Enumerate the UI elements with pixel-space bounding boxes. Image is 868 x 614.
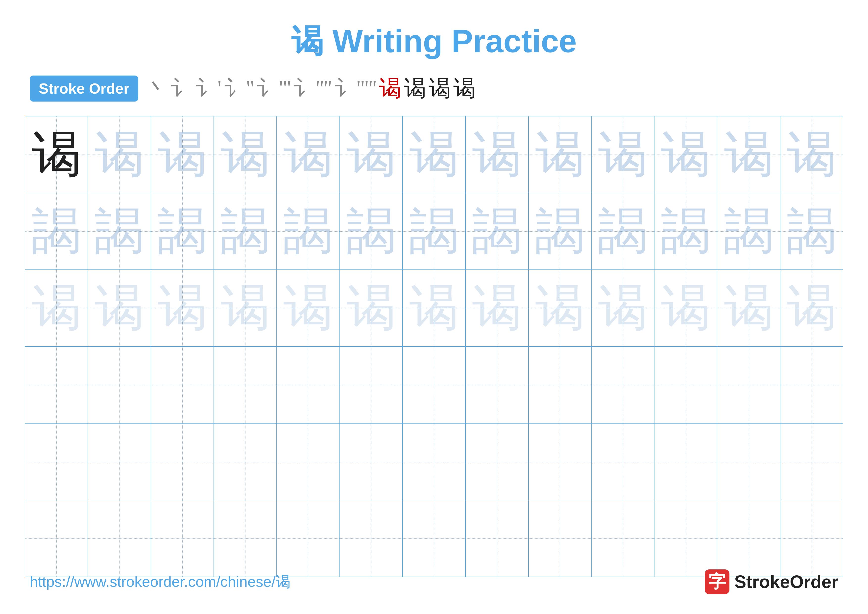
- logo-icon: 字: [705, 569, 729, 594]
- footer-url-link[interactable]: https://www.strokeorder.com/chinese/谒: [30, 572, 290, 592]
- grid-cell[interactable]: [277, 500, 340, 577]
- stroke-7: 讠''''': [334, 73, 377, 104]
- grid-cell[interactable]: 谒: [717, 270, 780, 346]
- grid-cell[interactable]: [592, 424, 654, 500]
- grid-cell[interactable]: 谒: [780, 117, 843, 193]
- practice-grid[interactable]: 谒 谒 谒 谒 谒 谒 谒 谒 谒 谒 谒 谒: [25, 116, 843, 577]
- grid-cell[interactable]: 謁: [340, 193, 403, 269]
- grid-cell[interactable]: [780, 500, 843, 577]
- grid-cell[interactable]: 謁: [88, 193, 151, 269]
- grid-cell[interactable]: 谒: [592, 270, 654, 346]
- grid-cell[interactable]: [151, 424, 214, 500]
- stroke-9: 谒: [404, 73, 426, 104]
- grid-cell[interactable]: [717, 500, 780, 577]
- grid-cell[interactable]: [717, 424, 780, 500]
- grid-cell[interactable]: 谒: [151, 117, 214, 193]
- footer: https://www.strokeorder.com/chinese/谒 字 …: [0, 569, 868, 594]
- grid-cell[interactable]: [214, 500, 277, 577]
- grid-cell[interactable]: [466, 347, 529, 423]
- grid-cell[interactable]: 謁: [654, 193, 717, 269]
- grid-cell[interactable]: [466, 424, 529, 500]
- grid-cell[interactable]: [780, 347, 843, 423]
- grid-cell[interactable]: [88, 347, 151, 423]
- footer-logo: 字 StrokeOrder: [705, 569, 838, 594]
- grid-cell[interactable]: 謁: [529, 193, 592, 269]
- grid-cell[interactable]: [277, 347, 340, 423]
- grid-cell[interactable]: 谒: [214, 270, 277, 346]
- stroke-6: 讠'''': [293, 73, 332, 104]
- stroke-5: 讠''': [257, 73, 291, 104]
- grid-cell[interactable]: 謁: [25, 193, 88, 269]
- grid-row-1: 谒 谒 谒 谒 谒 谒 谒 谒 谒 谒 谒 谒: [25, 117, 843, 193]
- page-title: 谒 Writing Practice: [0, 0, 868, 73]
- grid-cell[interactable]: [25, 500, 88, 577]
- grid-cell[interactable]: 謁: [403, 193, 466, 269]
- grid-cell[interactable]: 谒: [717, 117, 780, 193]
- stroke-4: 讠'': [224, 73, 254, 104]
- stroke-order-badge: Stroke Order: [30, 76, 138, 101]
- stroke-8: 谒: [379, 73, 401, 104]
- grid-cell[interactable]: [277, 424, 340, 500]
- grid-cell[interactable]: 谒: [529, 270, 592, 346]
- grid-cell[interactable]: [780, 424, 843, 500]
- grid-cell[interactable]: 谒: [403, 270, 466, 346]
- grid-cell[interactable]: [340, 347, 403, 423]
- stroke-sequence: 丶 讠 讠' 讠'' 讠''' 讠'''' 讠''''' 谒 谒 谒 谒: [146, 73, 476, 104]
- grid-cell[interactable]: [654, 424, 717, 500]
- grid-row-4: [25, 347, 843, 424]
- grid-cell[interactable]: [25, 424, 88, 500]
- stroke-11: 谒: [453, 73, 476, 104]
- grid-cell[interactable]: [151, 347, 214, 423]
- stroke-3: 讠': [195, 73, 222, 104]
- grid-cell[interactable]: 谒: [466, 270, 529, 346]
- grid-cell[interactable]: [151, 500, 214, 577]
- grid-cell[interactable]: [214, 424, 277, 500]
- grid-cell[interactable]: [340, 424, 403, 500]
- grid-cell[interactable]: [88, 500, 151, 577]
- grid-cell[interactable]: 謁: [780, 193, 843, 269]
- grid-cell[interactable]: [654, 500, 717, 577]
- grid-cell[interactable]: [466, 500, 529, 577]
- grid-cell[interactable]: [529, 424, 592, 500]
- grid-cell[interactable]: [214, 347, 277, 423]
- grid-cell[interactable]: [592, 347, 654, 423]
- grid-cell[interactable]: 謁: [592, 193, 654, 269]
- grid-row-6: [25, 500, 843, 577]
- stroke-1: 丶: [146, 73, 168, 104]
- grid-cell[interactable]: [403, 347, 466, 423]
- grid-cell[interactable]: 谒: [88, 117, 151, 193]
- grid-cell[interactable]: 謁: [717, 193, 780, 269]
- grid-cell[interactable]: 谒: [151, 270, 214, 346]
- grid-cell[interactable]: 谒: [654, 117, 717, 193]
- stroke-10: 谒: [429, 73, 451, 104]
- grid-cell[interactable]: 谒: [25, 270, 88, 346]
- grid-cell[interactable]: [529, 347, 592, 423]
- grid-cell[interactable]: [403, 500, 466, 577]
- grid-cell[interactable]: [25, 347, 88, 423]
- grid-cell[interactable]: 谒: [529, 117, 592, 193]
- grid-cell[interactable]: 谒: [780, 270, 843, 346]
- grid-cell[interactable]: [592, 500, 654, 577]
- stroke-order-section: Stroke Order 丶 讠 讠' 讠'' 讠''' 讠'''' 讠''''…: [0, 73, 868, 116]
- grid-cell[interactable]: 谒: [340, 117, 403, 193]
- grid-cell[interactable]: [717, 347, 780, 423]
- grid-cell[interactable]: [529, 500, 592, 577]
- grid-cell[interactable]: [403, 424, 466, 500]
- grid-cell[interactable]: 謁: [277, 193, 340, 269]
- grid-cell[interactable]: [88, 424, 151, 500]
- grid-cell[interactable]: 谒: [214, 117, 277, 193]
- grid-cell[interactable]: 谒: [25, 117, 88, 193]
- grid-cell[interactable]: 谒: [466, 117, 529, 193]
- grid-cell[interactable]: 謁: [466, 193, 529, 269]
- grid-cell[interactable]: 谒: [654, 270, 717, 346]
- grid-cell[interactable]: [340, 500, 403, 577]
- grid-cell[interactable]: 谒: [88, 270, 151, 346]
- grid-cell[interactable]: 謁: [151, 193, 214, 269]
- grid-cell[interactable]: 谒: [403, 117, 466, 193]
- grid-cell[interactable]: 谒: [340, 270, 403, 346]
- grid-cell[interactable]: 谒: [277, 117, 340, 193]
- grid-cell[interactable]: 謁: [214, 193, 277, 269]
- grid-cell[interactable]: [654, 347, 717, 423]
- grid-cell[interactable]: 谒: [592, 117, 654, 193]
- grid-cell[interactable]: 谒: [277, 270, 340, 346]
